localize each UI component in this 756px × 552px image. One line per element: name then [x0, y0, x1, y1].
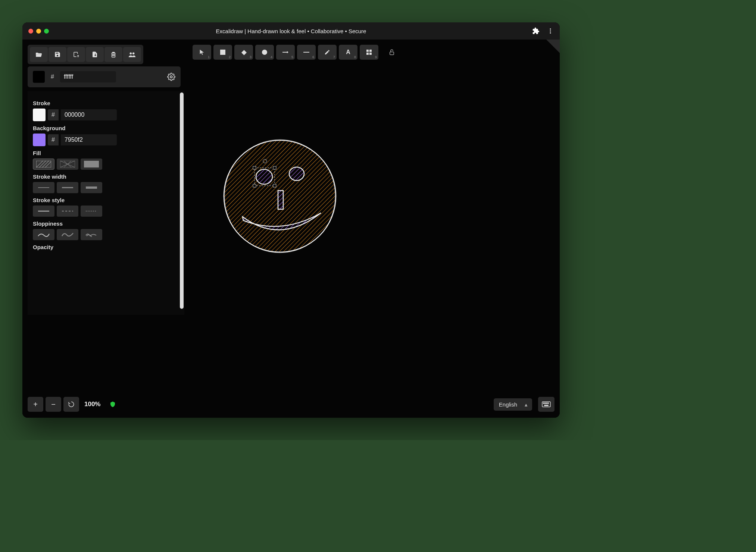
- hash-label: #: [48, 134, 59, 145]
- stroke-style-dotted[interactable]: [81, 206, 102, 217]
- file-toolbar: [28, 45, 143, 64]
- save-as-button[interactable]: [67, 47, 85, 62]
- background-color-swatch[interactable]: [33, 134, 46, 146]
- svg-rect-41: [273, 166, 276, 169]
- opacity-section-label: Opacity: [33, 244, 179, 250]
- stroke-color-input[interactable]: [61, 109, 117, 120]
- titlebar: Excalidraw | Hand-drawn look & feel • Co…: [22, 22, 560, 40]
- stroke-style-dashed[interactable]: [57, 206, 78, 217]
- open-button[interactable]: [30, 47, 48, 62]
- stroke-section-label: Stroke: [33, 100, 179, 106]
- tool-arrow[interactable]: 5: [276, 45, 295, 60]
- sloppiness-artist[interactable]: [57, 229, 78, 240]
- close-window-button[interactable]: [28, 29, 33, 34]
- svg-rect-43: [273, 184, 276, 187]
- svg-line-17: [36, 161, 43, 167]
- content-area: 1 2 3 4 5 6 7: [22, 40, 560, 418]
- svg-rect-42: [253, 184, 256, 187]
- element-properties-panel: Stroke # Background # Fill: [28, 91, 184, 315]
- svg-point-38: [256, 169, 272, 184]
- stroke-style-solid[interactable]: [33, 206, 54, 217]
- svg-point-3: [130, 53, 132, 55]
- panel-scrollbar[interactable]: [180, 92, 184, 309]
- language-selector[interactable]: English: [494, 398, 532, 411]
- svg-point-4: [132, 53, 135, 55]
- background-color-input[interactable]: [61, 134, 117, 145]
- hash-label: #: [49, 73, 56, 80]
- sloppiness-cartoonist[interactable]: [81, 229, 102, 240]
- traffic-lights: [28, 29, 49, 34]
- extension-icon[interactable]: [532, 27, 540, 35]
- sloppiness-architect[interactable]: [33, 229, 54, 240]
- stroke-width-medium[interactable]: [57, 182, 78, 193]
- tool-rectangle[interactable]: 2: [213, 45, 232, 60]
- zoom-level-label: 100%: [84, 401, 100, 408]
- svg-rect-12: [366, 53, 369, 55]
- svg-rect-46: [542, 402, 550, 407]
- background-section-label: Background: [33, 125, 179, 131]
- browser-menu-icon[interactable]: [547, 28, 554, 34]
- svg-rect-11: [369, 50, 372, 52]
- shape-toolbar: 1 2 3 4 5 6 7: [193, 45, 399, 60]
- tool-line[interactable]: 6: [297, 45, 316, 60]
- tool-diamond[interactable]: 3: [234, 45, 253, 60]
- svg-rect-40: [253, 166, 256, 169]
- keyboard-shortcuts-button[interactable]: [538, 397, 554, 412]
- zoom-in-button[interactable]: +: [28, 397, 43, 412]
- save-button[interactable]: [49, 47, 66, 62]
- svg-rect-13: [369, 53, 372, 55]
- svg-rect-10: [366, 50, 369, 52]
- app-window: Excalidraw | Hand-drawn look & feel • Co…: [22, 22, 560, 418]
- stroke-width-thick[interactable]: [81, 182, 102, 193]
- stroke-color-swatch[interactable]: [33, 109, 46, 121]
- stroke-width-section-label: Stroke width: [33, 173, 179, 180]
- svg-rect-45: [278, 191, 283, 209]
- svg-rect-51: [544, 405, 548, 406]
- fill-section-label: Fill: [33, 150, 179, 156]
- svg-rect-50: [548, 403, 549, 404]
- svg-point-2: [550, 32, 551, 34]
- canvas-color-input[interactable]: [60, 71, 116, 82]
- sloppiness-options: [33, 229, 179, 240]
- settings-gear-icon[interactable]: [167, 73, 175, 81]
- svg-point-15: [170, 76, 172, 78]
- language-label: English: [499, 401, 517, 408]
- tool-shapes-library[interactable]: 9: [360, 45, 378, 60]
- canvas-color-swatch[interactable]: [33, 71, 45, 83]
- svg-line-18: [39, 161, 46, 167]
- stroke-style-options: [33, 206, 179, 217]
- collaborate-button[interactable]: [123, 47, 141, 62]
- svg-rect-47: [543, 403, 544, 404]
- svg-point-37: [289, 167, 304, 181]
- tool-text[interactable]: A 8: [339, 45, 357, 60]
- fill-crosshatch[interactable]: [57, 159, 78, 170]
- tool-freedraw[interactable]: 7: [318, 45, 337, 60]
- fill-hachure[interactable]: [33, 159, 54, 170]
- svg-rect-26: [84, 161, 99, 167]
- stroke-style-section-label: Stroke style: [33, 197, 179, 203]
- svg-line-19: [42, 161, 49, 167]
- sloppiness-section-label: Sloppiness: [33, 220, 179, 227]
- export-button[interactable]: [86, 47, 104, 62]
- minimize-window-button[interactable]: [36, 29, 41, 34]
- reset-zoom-button[interactable]: [63, 397, 79, 412]
- window-title: Excalidraw | Hand-drawn look & feel • Co…: [216, 28, 366, 34]
- stroke-width-thin[interactable]: [33, 182, 54, 193]
- tool-selection[interactable]: 1: [193, 45, 211, 60]
- clear-canvas-button[interactable]: [104, 47, 122, 62]
- fill-solid[interactable]: [81, 159, 102, 170]
- tool-ellipse[interactable]: 4: [255, 45, 274, 60]
- canvas-drawing: [216, 133, 343, 260]
- svg-rect-16: [36, 161, 51, 167]
- footer-bar: + − 100% English: [28, 397, 554, 412]
- svg-point-1: [550, 31, 551, 32]
- svg-point-7: [262, 50, 267, 55]
- encryption-shield-icon[interactable]: [109, 401, 116, 408]
- stroke-width-options: [33, 182, 179, 193]
- canvas-color-panel: #: [28, 66, 181, 87]
- zoom-out-button[interactable]: −: [46, 397, 61, 412]
- svg-rect-14: [390, 52, 394, 55]
- library-corner-icon[interactable]: [546, 40, 560, 53]
- maximize-window-button[interactable]: [44, 29, 49, 34]
- lock-tool-button[interactable]: [384, 45, 399, 60]
